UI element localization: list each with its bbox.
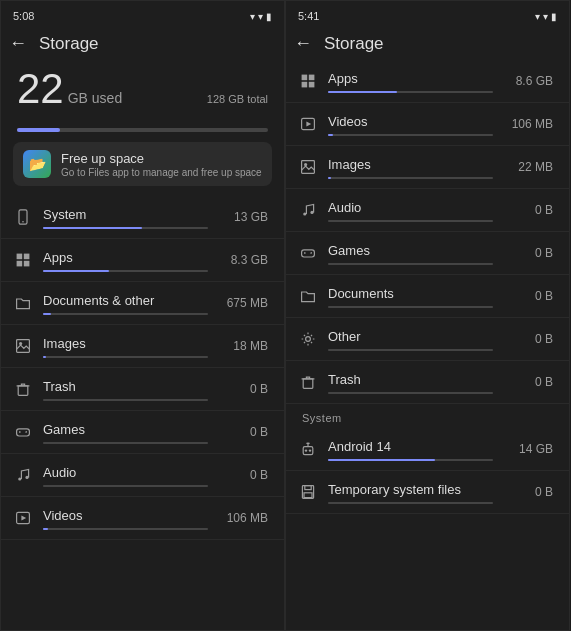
list-item[interactable]: Games0 B bbox=[286, 232, 569, 275]
list-item[interactable]: System13 GB bbox=[1, 196, 284, 239]
list-item[interactable]: Images18 MB bbox=[1, 325, 284, 368]
item-content: Documents & other bbox=[43, 291, 208, 315]
item-bar-fill bbox=[43, 227, 142, 229]
svg-point-30 bbox=[307, 443, 309, 445]
list-item[interactable]: Trash0 B bbox=[286, 361, 569, 404]
svg-rect-2 bbox=[17, 254, 23, 260]
svg-point-11 bbox=[25, 476, 28, 479]
item-name: Games bbox=[43, 422, 85, 437]
item-content: Other bbox=[328, 327, 493, 351]
svg-point-29 bbox=[309, 449, 311, 451]
item-content: Trash bbox=[328, 370, 493, 394]
svg-rect-20 bbox=[302, 161, 315, 174]
svg-marker-13 bbox=[21, 516, 26, 521]
item-size: 14 GB bbox=[503, 442, 553, 456]
list-item[interactable]: Videos106 MB bbox=[286, 103, 569, 146]
svg-rect-8 bbox=[18, 386, 28, 396]
item-bar bbox=[328, 349, 493, 351]
item-bar bbox=[43, 528, 208, 530]
list-item[interactable]: Temporary system files0 B bbox=[286, 471, 569, 514]
item-icon bbox=[298, 286, 318, 306]
storage-list-2: Apps8.6 GBVideos106 MBImages22 MBAudio0 … bbox=[286, 60, 569, 630]
list-item[interactable]: Android 1414 GB bbox=[286, 428, 569, 471]
signal-icon-2: ▾ bbox=[535, 11, 540, 22]
item-size: 8.6 GB bbox=[503, 74, 553, 88]
svg-rect-15 bbox=[309, 75, 315, 81]
item-bar-fill bbox=[328, 134, 333, 136]
storage-used-label: GB used bbox=[68, 90, 122, 106]
item-size: 0 B bbox=[503, 246, 553, 260]
list-item[interactable]: Videos106 MB bbox=[1, 497, 284, 540]
svg-rect-3 bbox=[24, 254, 30, 260]
svg-marker-19 bbox=[306, 122, 311, 127]
item-bar bbox=[328, 220, 493, 222]
item-name: Games bbox=[328, 243, 370, 258]
item-name: Images bbox=[43, 336, 86, 351]
list-item[interactable]: Apps8.3 GB bbox=[1, 239, 284, 282]
item-name: Audio bbox=[328, 200, 361, 215]
item-size: 0 B bbox=[218, 382, 268, 396]
item-bar-fill bbox=[328, 91, 397, 93]
page-title-2: Storage bbox=[324, 34, 384, 54]
screen-2: 5:41 ▾ ▾ ▮ ← Storage Apps8.6 GBVideos106… bbox=[285, 0, 570, 631]
storage-total: 128 GB total bbox=[207, 93, 268, 105]
signal-icon-1: ▾ bbox=[250, 11, 255, 22]
files-icon: 📂 bbox=[23, 150, 51, 178]
item-bar bbox=[43, 399, 208, 401]
svg-rect-17 bbox=[309, 82, 315, 88]
item-name: Images bbox=[328, 157, 371, 172]
item-content: Trash bbox=[43, 377, 208, 401]
item-size: 106 MB bbox=[218, 511, 268, 525]
item-name: Apps bbox=[43, 250, 73, 265]
svg-point-25 bbox=[306, 337, 311, 342]
item-content: Temporary system files bbox=[328, 480, 493, 504]
item-icon bbox=[13, 293, 33, 313]
storage-summary: 22GB used 128 GB total bbox=[1, 60, 284, 120]
header-2: ← Storage bbox=[286, 29, 569, 60]
svg-rect-24 bbox=[302, 250, 315, 257]
list-item[interactable]: Documents0 B bbox=[286, 275, 569, 318]
item-icon bbox=[298, 372, 318, 392]
item-name: Videos bbox=[328, 114, 368, 129]
item-icon bbox=[13, 336, 33, 356]
item-icon bbox=[298, 157, 318, 177]
list-item[interactable]: Images22 MB bbox=[286, 146, 569, 189]
item-size: 0 B bbox=[503, 289, 553, 303]
item-bar-fill bbox=[43, 313, 51, 315]
item-bar bbox=[328, 502, 493, 504]
list-item[interactable]: Documents & other675 MB bbox=[1, 282, 284, 325]
item-name: Videos bbox=[43, 508, 83, 523]
back-button-1[interactable]: ← bbox=[9, 33, 27, 54]
item-content: Games bbox=[43, 420, 208, 444]
list-item[interactable]: Games0 B bbox=[1, 411, 284, 454]
item-content: Images bbox=[328, 155, 493, 179]
status-bar-1: 5:08 ▾ ▾ ▮ bbox=[1, 1, 284, 29]
wifi-icon-1: ▾ bbox=[258, 11, 263, 22]
item-icon bbox=[13, 250, 33, 270]
item-content: Videos bbox=[328, 112, 493, 136]
item-icon bbox=[298, 243, 318, 263]
status-icons-1: ▾ ▾ ▮ bbox=[250, 11, 272, 22]
item-icon bbox=[13, 422, 33, 442]
back-button-2[interactable]: ← bbox=[294, 33, 312, 54]
list-item[interactable]: Audio0 B bbox=[1, 454, 284, 497]
item-size: 18 MB bbox=[218, 339, 268, 353]
list-item[interactable]: Apps8.6 GB bbox=[286, 60, 569, 103]
item-content: Videos bbox=[43, 506, 208, 530]
svg-point-10 bbox=[18, 477, 21, 480]
svg-rect-32 bbox=[305, 486, 311, 490]
list-item[interactable]: Other0 B bbox=[286, 318, 569, 361]
free-up-card[interactable]: 📂 Free up space Go to Files app to manag… bbox=[13, 142, 272, 186]
item-name: Documents & other bbox=[43, 293, 154, 308]
svg-rect-5 bbox=[24, 261, 30, 267]
item-bar bbox=[43, 442, 208, 444]
item-size: 0 B bbox=[503, 332, 553, 346]
svg-point-22 bbox=[303, 212, 306, 215]
list-item[interactable]: Trash0 B bbox=[1, 368, 284, 411]
list-item[interactable]: Audio0 B bbox=[286, 189, 569, 232]
item-size: 0 B bbox=[218, 425, 268, 439]
storage-number: 22 bbox=[17, 65, 64, 112]
item-icon bbox=[13, 465, 33, 485]
item-icon bbox=[13, 207, 33, 227]
status-bar-2: 5:41 ▾ ▾ ▮ bbox=[286, 1, 569, 29]
